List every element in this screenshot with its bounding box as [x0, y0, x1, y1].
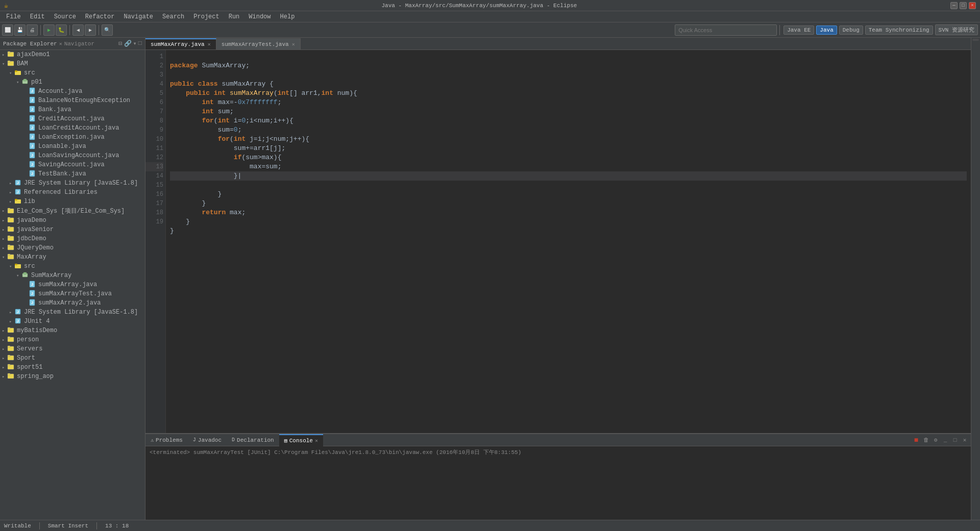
package-explorer-tab[interactable]: Package Explorer	[3, 41, 57, 47]
svg-rect-41	[8, 236, 10, 237]
tree-item-lib[interactable]: ▸lib	[0, 197, 145, 206]
tree-item-Loanable.java[interactable]: JLoanable.java	[0, 142, 145, 151]
tree-icon-Account.java: J	[29, 87, 37, 95]
tree-item-sumMaxArray.java[interactable]: JsumMaxArray.java	[0, 280, 145, 289]
close-panel-button[interactable]: ✕	[961, 436, 969, 444]
tree-label-SavingAccount.java: SavingAccount.java	[38, 161, 105, 168]
tree-item-sport51[interactable]: ▸sport51	[0, 363, 145, 372]
tab-declaration[interactable]: D Declaration	[227, 434, 279, 446]
perspective-java[interactable]: Java	[816, 26, 837, 35]
tree-item-sumMaxArray2.java[interactable]: JsumMaxArray2.java	[0, 298, 145, 308]
tree-item-javaSenior[interactable]: ▸javaSenior	[0, 225, 145, 234]
tree-item-Servers[interactable]: ▸Servers	[0, 344, 145, 353]
tree-item-MaxArray[interactable]: ▾MaxArray	[0, 252, 145, 262]
debug-button[interactable]: 🐛	[56, 24, 67, 36]
menu-help[interactable]: Help	[276, 12, 299, 21]
tree-item-MaxArray_src[interactable]: ▾src	[0, 262, 145, 271]
perspective-java-ee[interactable]: Java EE	[783, 26, 814, 35]
tree-icon-sumMaxArray.java: J	[29, 281, 37, 289]
tree-item-person[interactable]: ▸person	[0, 335, 145, 344]
tree-item-jdbcDemo[interactable]: ▸jdbcDemo	[0, 234, 145, 243]
tree-item-p01[interactable]: ▾p01	[0, 78, 145, 87]
print-button[interactable]: 🖨	[27, 24, 38, 36]
menu-window[interactable]: Window	[244, 12, 275, 21]
menu-search[interactable]: Search	[158, 12, 188, 21]
close-tab-sumMaxArray[interactable]: ✕	[208, 41, 211, 47]
perspective-debug[interactable]: Debug	[839, 26, 863, 35]
tree-label-BAM: BAM	[17, 60, 28, 67]
tree-item-SavingAccount.java[interactable]: JSavingAccount.java	[0, 160, 145, 169]
tree-item-LoanCreditAccount.java[interactable]: JLoanCreditAccount.java	[0, 123, 145, 133]
save-button[interactable]: 💾	[14, 24, 26, 36]
tree-item-Bank.java[interactable]: JBank.java	[0, 105, 145, 114]
tree-arrow-javaSenior: ▸	[2, 227, 7, 233]
tree-item-JRE_BAM[interactable]: ▸JJRE System Library [JavaSE-1.8]	[0, 179, 145, 188]
tree-item-Account.java[interactable]: JAccount.java	[0, 87, 145, 96]
tree-item-ajaxDemo1[interactable]: ▸ajaxDemo1	[0, 50, 145, 59]
tree-item-spring_aop[interactable]: ▸spring_aop	[0, 372, 145, 381]
restore-button[interactable]: □	[960, 2, 967, 9]
tree-item-JUnit4[interactable]: ▸JJUnit 4	[0, 317, 145, 326]
tree-item-LoanException.java[interactable]: JLoanException.java	[0, 133, 145, 142]
tab-console[interactable]: ▤ Console ✕	[279, 434, 323, 446]
status-writable: Writable	[4, 523, 31, 529]
link-icon[interactable]: 🔗	[124, 40, 132, 47]
tree-item-TestBank.java[interactable]: JTestBank.java	[0, 169, 145, 179]
stop-button[interactable]: ■	[912, 436, 920, 444]
tree-item-CreditAccount.java[interactable]: JCreditAccount.java	[0, 114, 145, 123]
menu-icon[interactable]: ▾	[133, 40, 137, 47]
tree-item-myBatisDemo[interactable]: ▸myBatisDemo	[0, 326, 145, 335]
maximize-panel-button[interactable]: □	[951, 436, 959, 444]
tree-item-JQueryDemo[interactable]: ▸JQueryDemo	[0, 243, 145, 252]
tree-item-BalanceNotEnoughException[interactable]: JBalanceNotEnoughException	[0, 96, 145, 105]
tab-sumMaxArray[interactable]: sumMaxArray.java ✕	[145, 38, 216, 49]
tree-item-javaDemo[interactable]: ▸javaDemo	[0, 216, 145, 225]
tree-item-sumMaxArrayTest.java[interactable]: JsumMaxArrayTest.java	[0, 289, 145, 298]
clear-console-button[interactable]: 🗑	[922, 436, 930, 444]
tree-item-LoanSavingAccount.java[interactable]: JLoanSavingAccount.java	[0, 151, 145, 160]
tab-sumMaxArrayTest[interactable]: sumMaxArrayTest.java ✕	[216, 38, 301, 49]
collapse-icon[interactable]: ⊟	[118, 40, 122, 47]
tree-item-Sport[interactable]: ▸Sport	[0, 353, 145, 363]
tree-icon-BAM	[7, 60, 15, 68]
tree-icon-spring_aop	[7, 372, 15, 381]
tab-problems[interactable]: ⚠ Problems	[145, 434, 188, 446]
menu-file[interactable]: File	[2, 12, 25, 21]
tree-item-Ele_Com_Sys[interactable]: ▸Ele_Com_Sys [项目/Ele_Com_Sys]	[0, 206, 145, 216]
tree-arrow-MaxArray_src: ▾	[9, 264, 14, 269]
tree-item-BAM[interactable]: ▾BAM	[0, 59, 145, 68]
back-button[interactable]: ◀	[72, 24, 84, 36]
console-icon: ▤	[284, 438, 287, 444]
tree-icon-JUnit4: J	[14, 317, 22, 325]
close-button[interactable]: ×	[969, 2, 976, 9]
minimize-button[interactable]: ─	[950, 2, 958, 9]
close-tab-sumMaxArrayTest[interactable]: ✕	[292, 41, 295, 47]
console-settings-button[interactable]: ⚙	[932, 436, 940, 444]
tree-item-SumMaxArray[interactable]: ▾SumMaxArray	[0, 271, 145, 280]
perspective-team-sync[interactable]: Team Synchronizing	[865, 26, 933, 35]
perspective-svn[interactable]: SVN 资源研究	[935, 24, 978, 35]
search-button[interactable]: 🔍	[102, 24, 113, 36]
run-button[interactable]: ▶	[43, 24, 55, 36]
menu-project[interactable]: Project	[189, 12, 223, 21]
minimize-panel-button[interactable]: _	[941, 436, 949, 444]
tab-javadoc[interactable]: J Javadoc	[188, 434, 227, 446]
menu-refactor[interactable]: Refactor	[81, 12, 119, 21]
forward-button[interactable]: ▶	[85, 24, 96, 36]
max-icon[interactable]: □	[138, 40, 142, 47]
tree-item-RefLibs[interactable]: ▸JReferenced Libraries	[0, 188, 145, 197]
svg-rect-35	[8, 208, 10, 210]
quick-access-input[interactable]	[675, 24, 777, 36]
menu-navigate[interactable]: Navigate	[119, 12, 157, 21]
new-button[interactable]: ⬜	[2, 24, 13, 36]
menu-edit[interactable]: Edit	[26, 12, 49, 21]
navigator-tab[interactable]: Navigator	[64, 41, 94, 47]
menu-source[interactable]: Source	[50, 12, 80, 21]
problems-label: Problems	[156, 437, 183, 443]
tree-item-src[interactable]: ▾src	[0, 68, 145, 78]
tree-item-JRE_MaxArray[interactable]: ▸JJRE System Library [JavaSE-1.8]	[0, 308, 145, 317]
menu-run[interactable]: Run	[225, 12, 244, 21]
code-content[interactable]: package SumMaxArray; public class sumMax…	[166, 50, 971, 433]
tree-label-BalanceNotEnoughException: BalanceNotEnoughException	[38, 97, 130, 104]
editor-tab-bar: sumMaxArray.java ✕ sumMaxArrayTest.java …	[145, 38, 971, 50]
